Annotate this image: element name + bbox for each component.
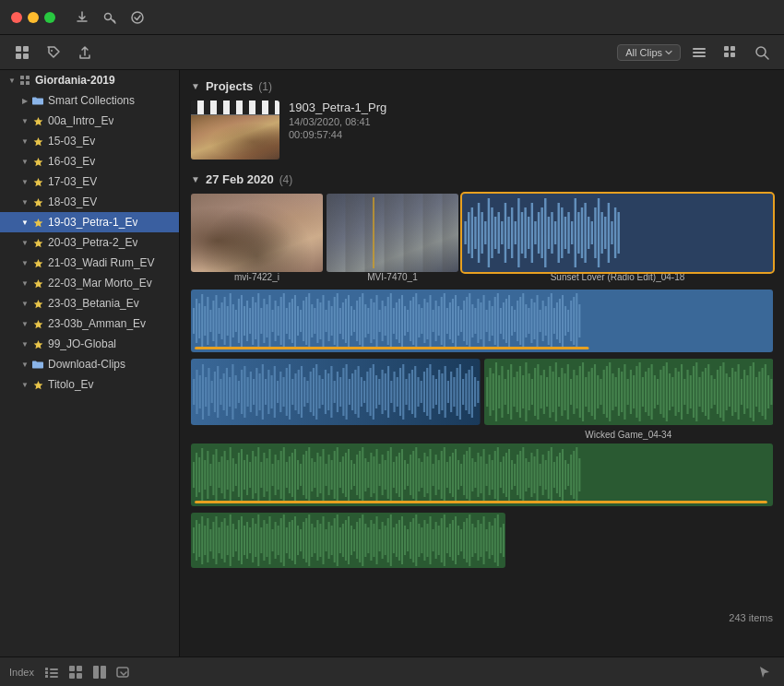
svg-rect-396	[719, 366, 721, 418]
svg-rect-518	[483, 449, 485, 501]
sidebar-item-20-03-petra2[interactable]: ▼ 20-03_Petra-2_Ev	[0, 232, 179, 253]
sidebar-21-03-label: 21-03_Wadi Rum_EV	[48, 256, 155, 269]
sidebar-item-smart-collections[interactable]: ▶ Smart Collections	[0, 90, 179, 111]
svg-rect-524	[500, 462, 502, 488]
project-item[interactable]: 1903_Petra-1_Prg 14/03/2020, 08:41 00:09…	[191, 101, 773, 160]
svg-rect-625	[390, 514, 392, 566]
sidebar-item-19-03-petra[interactable]: ▼ 19-03_Petra-1_Ev	[0, 212, 179, 232]
svg-rect-617	[367, 527, 369, 553]
grid-view-icon[interactable]	[718, 40, 743, 65]
svg-rect-564	[219, 527, 220, 553]
svg-rect-575	[249, 527, 251, 553]
arrow-cursor-icon[interactable]	[754, 662, 775, 682]
svg-rect-477	[367, 462, 369, 488]
svg-rect-83	[198, 303, 200, 338]
sidebar-item-18-03[interactable]: ▼ 18-03_EV	[0, 192, 179, 212]
sidebar-item-99-jo[interactable]: ▼ 99_JO-Global	[0, 334, 179, 354]
svg-rect-578	[257, 514, 259, 566]
search-icon[interactable]	[749, 40, 775, 65]
svg-rect-373	[650, 364, 652, 420]
svg-rect-339	[549, 366, 551, 418]
svg-rect-197	[519, 297, 521, 345]
dropdown-icon[interactable]	[113, 662, 134, 682]
key-icon[interactable]	[101, 9, 118, 26]
list-view-icon[interactable]	[686, 40, 712, 65]
sidebar-item-23-03-betania[interactable]: ▼ 23-03_Betania_Ev	[0, 293, 179, 313]
list-small-icon[interactable]	[42, 662, 62, 682]
sidebar-item-00a-intro[interactable]: ▼ 00a_Intro_Ev	[0, 111, 179, 131]
svg-marker-22	[33, 178, 42, 186]
svg-rect-43	[498, 212, 500, 254]
all-clips-dropdown[interactable]: All Clips	[617, 44, 681, 61]
sidebar-download-clips-label: Download-Clips	[48, 358, 125, 371]
svg-rect-501	[435, 455, 437, 495]
svg-rect-142	[364, 304, 366, 337]
svg-rect-281	[373, 364, 374, 420]
svg-rect-594	[303, 522, 304, 559]
share-icon[interactable]	[72, 40, 98, 65]
sidebar-item-17-03[interactable]: ▼ 17-03_EV	[0, 172, 179, 192]
svg-rect-282	[375, 375, 377, 408]
svg-rect-359	[609, 362, 611, 421]
sidebar-item-15-03[interactable]: ▼ 15-03_Ev	[0, 131, 179, 151]
svg-rect-129	[328, 301, 330, 341]
tag-icon[interactable]	[41, 40, 66, 65]
svg-rect-67	[577, 212, 579, 254]
sidebar-item-23-03b-amman[interactable]: ▼ 23-03b_Amman_Ev	[0, 313, 179, 334]
svg-rect-115	[289, 302, 291, 339]
svg-rect-283	[378, 379, 380, 405]
svg-rect-520	[489, 455, 491, 495]
checkmark-icon[interactable]	[129, 9, 146, 26]
svg-rect-523	[497, 447, 499, 503]
svg-rect-194	[511, 306, 513, 336]
minimize-button[interactable]	[28, 12, 39, 23]
fullscreen-button[interactable]	[44, 12, 55, 23]
close-button[interactable]	[11, 12, 22, 23]
download-icon[interactable]	[74, 9, 90, 26]
grid-icon[interactable]	[9, 40, 35, 65]
disclosure-icon: ▼	[18, 216, 31, 229]
svg-rect-362	[617, 368, 619, 416]
svg-rect-422	[212, 455, 214, 495]
svg-rect-428	[230, 447, 232, 503]
svg-rect-488	[398, 453, 400, 497]
clip-thumb-mvi7422[interactable]	[191, 194, 323, 272]
sidebar-item-16-03[interactable]: ▼ 16-03_Ev	[0, 151, 179, 172]
svg-rect-647	[452, 520, 454, 561]
svg-rect-649	[457, 526, 459, 555]
svg-rect-600	[319, 524, 321, 557]
svg-rect-540	[545, 460, 547, 490]
sidebar-item-download-clips[interactable]: ▼ Download-Clips	[0, 354, 179, 374]
panel-icon[interactable]	[89, 662, 110, 682]
svg-rect-50	[521, 212, 523, 254]
sidebar-item-22-03-mar[interactable]: ▼ 22-03_Mar Morto_Ev	[0, 273, 179, 293]
svg-rect-621	[379, 529, 381, 551]
svg-rect-176	[460, 310, 462, 332]
clip-thumb-mvi7470[interactable]	[327, 194, 458, 272]
sidebar-item-21-03-wadi[interactable]: ▼ 21-03_Wadi Rum_EV	[0, 253, 179, 273]
svg-rect-268	[334, 381, 336, 403]
svg-rect-219	[195, 347, 588, 349]
svg-rect-379	[668, 373, 670, 410]
all-clips-label: All Clips	[625, 47, 662, 58]
grid-small-icon[interactable]	[65, 662, 86, 682]
svg-rect-16	[26, 76, 30, 79]
svg-rect-187	[492, 306, 493, 336]
svg-rect-33	[464, 221, 466, 244]
svg-rect-535	[530, 453, 532, 497]
svg-rect-482	[382, 455, 384, 495]
clip-thumb-sunset-lover[interactable]	[462, 194, 773, 272]
svg-rect-652	[466, 518, 468, 562]
date-toggle[interactable]: ▼	[191, 174, 200, 184]
projects-toggle[interactable]: ▼	[191, 81, 200, 91]
svg-rect-510	[460, 464, 462, 486]
svg-rect-273	[349, 379, 350, 405]
sidebar-item-root[interactable]: ▼ Giordania-2019	[0, 70, 179, 90]
svg-rect-124	[314, 308, 315, 334]
svg-rect-353	[590, 368, 592, 416]
svg-rect-85	[204, 306, 206, 336]
sidebar-item-titolo-ev[interactable]: ▼ Titolo_Ev	[0, 374, 179, 395]
svg-rect-128	[326, 310, 327, 332]
project-meta: 1903_Petra-1_Prg 14/03/2020, 08:41 00:09…	[289, 101, 386, 140]
svg-rect-602	[326, 529, 327, 551]
